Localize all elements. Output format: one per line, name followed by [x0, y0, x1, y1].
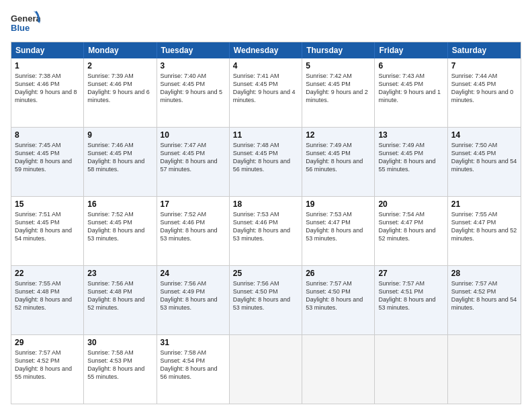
day-number: 9 — [87, 130, 152, 140]
calendar-row-2: 8 Sunrise: 7:45 AMSunset: 4:45 PMDayligh… — [11, 127, 521, 196]
day-cell-21: 21 Sunrise: 7:55 AMSunset: 4:47 PMDaylig… — [448, 197, 521, 265]
calendar-row-1: 1 Sunrise: 7:38 AMSunset: 4:46 PMDayligh… — [11, 58, 521, 127]
cell-info: Sunrise: 7:48 AMSunset: 4:45 PMDaylight:… — [233, 142, 290, 173]
day-cell-31: 31 Sunrise: 7:58 AMSunset: 4:54 PMDaylig… — [157, 335, 230, 404]
day-number: 24 — [161, 269, 226, 278]
day-number: 16 — [87, 199, 152, 209]
day-number: 29 — [15, 338, 80, 347]
cell-info: Sunrise: 7:41 AMSunset: 4:45 PMDaylight:… — [233, 73, 296, 103]
cell-info: Sunrise: 7:49 AMSunset: 4:45 PMDaylight:… — [306, 142, 363, 173]
day-header-tuesday: Tuesday — [157, 42, 230, 58]
day-number: 20 — [378, 199, 443, 209]
calendar-header: SundayMondayTuesdayWednesdayThursdayFrid… — [11, 42, 521, 58]
day-cell-24: 24 Sunrise: 7:56 AMSunset: 4:49 PMDaylig… — [157, 266, 230, 334]
day-cell-26: 26 Sunrise: 7:57 AMSunset: 4:50 PMDaylig… — [302, 266, 375, 334]
day-number: 23 — [87, 269, 152, 278]
day-number: 6 — [378, 61, 443, 71]
cell-info: Sunrise: 7:45 AMSunset: 4:45 PMDaylight:… — [15, 142, 72, 173]
cell-info: Sunrise: 7:54 AMSunset: 4:47 PMDaylight:… — [378, 211, 435, 242]
day-cell-30: 30 Sunrise: 7:58 AMSunset: 4:53 PMDaylig… — [84, 335, 157, 404]
day-number: 7 — [451, 61, 517, 71]
day-cell-16: 16 Sunrise: 7:52 AMSunset: 4:45 PMDaylig… — [84, 197, 157, 265]
day-number: 14 — [451, 130, 517, 140]
day-cell-28: 28 Sunrise: 7:57 AMSunset: 4:52 PMDaylig… — [448, 266, 521, 334]
day-number: 27 — [378, 269, 443, 278]
cell-info: Sunrise: 7:55 AMSunset: 4:48 PMDaylight:… — [15, 280, 72, 311]
day-number: 21 — [451, 199, 517, 209]
day-cell-27: 27 Sunrise: 7:57 AMSunset: 4:51 PMDaylig… — [375, 266, 447, 334]
day-cell-13: 13 Sunrise: 7:49 AMSunset: 4:45 PMDaylig… — [375, 128, 447, 196]
day-number: 10 — [161, 130, 226, 140]
cell-info: Sunrise: 7:53 AMSunset: 4:46 PMDaylight:… — [233, 211, 290, 242]
day-cell-23: 23 Sunrise: 7:56 AMSunset: 4:48 PMDaylig… — [84, 266, 157, 334]
cell-info: Sunrise: 7:56 AMSunset: 4:50 PMDaylight:… — [233, 280, 290, 311]
day-header-sunday: Sunday — [11, 42, 84, 58]
calendar-row-4: 22 Sunrise: 7:55 AMSunset: 4:48 PMDaylig… — [11, 265, 521, 334]
cell-info: Sunrise: 7:58 AMSunset: 4:54 PMDaylight:… — [161, 349, 218, 380]
day-number: 25 — [233, 269, 298, 278]
day-cell-15: 15 Sunrise: 7:51 AMSunset: 4:45 PMDaylig… — [11, 197, 84, 265]
day-cell-11: 11 Sunrise: 7:48 AMSunset: 4:45 PMDaylig… — [230, 128, 302, 196]
cell-info: Sunrise: 7:49 AMSunset: 4:45 PMDaylight:… — [378, 142, 435, 173]
cell-info: Sunrise: 7:47 AMSunset: 4:45 PMDaylight:… — [161, 142, 218, 173]
cell-info: Sunrise: 7:53 AMSunset: 4:47 PMDaylight:… — [306, 211, 363, 242]
day-cell-25: 25 Sunrise: 7:56 AMSunset: 4:50 PMDaylig… — [230, 266, 302, 334]
day-header-wednesday: Wednesday — [230, 42, 302, 58]
day-header-monday: Monday — [84, 42, 157, 58]
day-number: 1 — [15, 61, 80, 71]
day-number: 31 — [161, 338, 226, 347]
day-number: 4 — [233, 61, 298, 71]
cell-info: Sunrise: 7:57 AMSunset: 4:51 PMDaylight:… — [378, 280, 435, 311]
calendar-body: 1 Sunrise: 7:38 AMSunset: 4:46 PMDayligh… — [11, 58, 521, 404]
cell-info: Sunrise: 7:46 AMSunset: 4:45 PMDaylight:… — [87, 142, 144, 173]
cell-info: Sunrise: 7:52 AMSunset: 4:46 PMDaylight:… — [161, 211, 218, 242]
day-header-saturday: Saturday — [448, 42, 521, 58]
day-cell-22: 22 Sunrise: 7:55 AMSunset: 4:48 PMDaylig… — [11, 266, 84, 334]
day-cell-7: 7 Sunrise: 7:44 AMSunset: 4:45 PMDayligh… — [448, 58, 521, 127]
day-number: 5 — [306, 61, 371, 71]
day-cell-20: 20 Sunrise: 7:54 AMSunset: 4:47 PMDaylig… — [375, 197, 447, 265]
empty-cell-4-4 — [302, 335, 375, 404]
logo: General Blue — [11, 11, 40, 36]
svg-text:General: General — [11, 13, 40, 24]
cell-info: Sunrise: 7:42 AMSunset: 4:45 PMDaylight:… — [306, 73, 368, 103]
day-cell-12: 12 Sunrise: 7:49 AMSunset: 4:45 PMDaylig… — [302, 128, 375, 196]
day-number: 28 — [451, 269, 517, 278]
day-number: 2 — [87, 61, 152, 71]
calendar-row-5: 29 Sunrise: 7:57 AMSunset: 4:52 PMDaylig… — [11, 334, 521, 404]
day-number: 13 — [378, 130, 443, 140]
day-cell-1: 1 Sunrise: 7:38 AMSunset: 4:46 PMDayligh… — [11, 58, 84, 127]
svg-text:Blue: Blue — [11, 23, 30, 33]
day-cell-14: 14 Sunrise: 7:50 AMSunset: 4:45 PMDaylig… — [448, 128, 521, 196]
day-number: 17 — [161, 199, 226, 209]
day-cell-18: 18 Sunrise: 7:53 AMSunset: 4:46 PMDaylig… — [230, 197, 302, 265]
day-cell-10: 10 Sunrise: 7:47 AMSunset: 4:45 PMDaylig… — [157, 128, 230, 196]
day-cell-4: 4 Sunrise: 7:41 AMSunset: 4:45 PMDayligh… — [230, 58, 302, 127]
page: General Blue SundayMondayTuesdayWednesda… — [0, 0, 532, 411]
day-cell-5: 5 Sunrise: 7:42 AMSunset: 4:45 PMDayligh… — [302, 58, 375, 127]
day-number: 30 — [87, 338, 152, 347]
cell-info: Sunrise: 7:55 AMSunset: 4:47 PMDaylight:… — [451, 211, 517, 242]
cell-info: Sunrise: 7:43 AMSunset: 4:45 PMDaylight:… — [378, 73, 441, 103]
cell-info: Sunrise: 7:56 AMSunset: 4:49 PMDaylight:… — [161, 280, 218, 311]
cell-info: Sunrise: 7:58 AMSunset: 4:53 PMDaylight:… — [87, 349, 144, 380]
cell-info: Sunrise: 7:56 AMSunset: 4:48 PMDaylight:… — [87, 280, 144, 311]
day-cell-19: 19 Sunrise: 7:53 AMSunset: 4:47 PMDaylig… — [302, 197, 375, 265]
day-number: 12 — [306, 130, 371, 140]
day-number: 3 — [161, 61, 226, 71]
day-number: 19 — [306, 199, 371, 209]
cell-info: Sunrise: 7:57 AMSunset: 4:52 PMDaylight:… — [15, 349, 72, 380]
cell-info: Sunrise: 7:44 AMSunset: 4:45 PMDaylight:… — [451, 73, 514, 103]
logo-icon: General Blue — [11, 11, 40, 36]
day-number: 26 — [306, 269, 371, 278]
day-number: 8 — [15, 130, 80, 140]
cell-info: Sunrise: 7:51 AMSunset: 4:45 PMDaylight:… — [15, 211, 72, 242]
day-number: 15 — [15, 199, 80, 209]
day-cell-6: 6 Sunrise: 7:43 AMSunset: 4:45 PMDayligh… — [375, 58, 447, 127]
day-cell-29: 29 Sunrise: 7:57 AMSunset: 4:52 PMDaylig… — [11, 335, 84, 404]
calendar: SundayMondayTuesdayWednesdayThursdayFrid… — [11, 42, 521, 404]
cell-info: Sunrise: 7:57 AMSunset: 4:50 PMDaylight:… — [306, 280, 363, 311]
cell-info: Sunrise: 7:52 AMSunset: 4:45 PMDaylight:… — [87, 211, 144, 242]
cell-info: Sunrise: 7:57 AMSunset: 4:52 PMDaylight:… — [451, 280, 517, 311]
day-number: 18 — [233, 199, 298, 209]
